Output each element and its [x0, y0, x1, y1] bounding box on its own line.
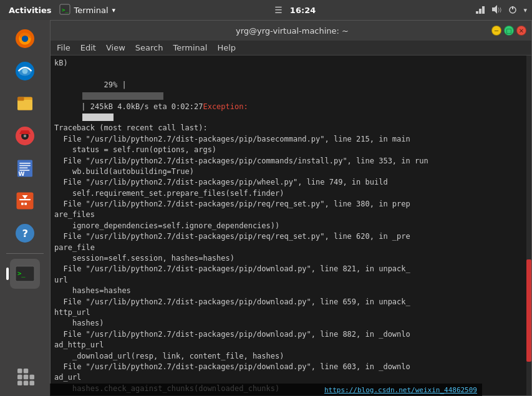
terminal-line: wb.build(autobuilding=True)	[54, 167, 528, 177]
menu-edit[interactable]: Edit	[77, 42, 100, 54]
terminal-line: are_files	[54, 210, 528, 220]
svg-text:W: W	[19, 171, 25, 177]
terminal-line: session=self.session, hashes=hashes)	[54, 253, 528, 264]
svg-rect-36	[17, 369, 22, 374]
svg-rect-24	[19, 168, 28, 169]
status-bar: https://blog.csdn.net/weixin_44862509	[50, 384, 482, 396]
menu-terminal[interactable]: Terminal	[169, 42, 211, 54]
svg-rect-37	[24, 369, 29, 374]
svg-rect-30	[21, 203, 24, 205]
terminal-line: hashes)	[54, 318, 528, 329]
system-bar-right: )) ▾	[475, 4, 527, 17]
terminal-app-label[interactable]: Terminal	[74, 6, 109, 15]
dock-icon-firefox[interactable]	[10, 24, 40, 54]
terminal-titlebar: yrg@yrg-virtual-machine: ~ ─ □ ✕	[51, 21, 531, 41]
terminal-line: self.requirement_set.prepare_files(self.…	[54, 188, 528, 199]
dock-icon-files[interactable]	[10, 89, 40, 118]
terminal-line: File "/usr/lib/python2.7/dist-packages/p…	[54, 134, 528, 145]
terminal-line: hashes=hashes	[54, 286, 528, 296]
dock-icon-apps[interactable]	[10, 361, 40, 391]
svg-point-14	[22, 69, 28, 74]
menu-file[interactable]: File	[53, 42, 74, 54]
terminal-line: ignore_dependencies=self.ignore_dependen…	[54, 221, 528, 231]
svg-rect-27	[17, 193, 34, 210]
dock-icon-rhythmbox[interactable]	[10, 121, 40, 151]
dock-divider	[6, 253, 44, 254]
activities-button[interactable]: Activities	[5, 4, 56, 16]
svg-text:>_: >_	[17, 269, 26, 278]
terminal-line: File "/usr/lib/python2.7/dist-packages/p…	[54, 264, 528, 274]
terminal-line: url	[54, 275, 528, 286]
terminal-line: ad_url	[54, 372, 528, 383]
svg-rect-42	[24, 381, 29, 386]
svg-rect-3	[479, 9, 481, 14]
svg-rect-41	[17, 381, 22, 386]
svg-rect-28	[19, 199, 31, 200]
terminal-line: File "/usr/lib/python2.7/dist-packages/p…	[54, 177, 528, 188]
terminal-app-dropdown[interactable]: ▾	[112, 6, 116, 14]
svg-text:>_: >_	[62, 7, 69, 13]
system-bar: Activities >_ Terminal ▾ ☰ 16:24 )) ▾	[0, 0, 532, 20]
terminal-line: _download_url(resp, link, content_file, …	[54, 351, 528, 362]
svg-rect-31	[24, 203, 27, 205]
system-time: 16:24	[290, 6, 316, 15]
dock-icon-thunderbird[interactable]	[10, 56, 40, 86]
svg-rect-22	[19, 163, 31, 164]
close-button[interactable]: ✕	[516, 26, 526, 36]
menu-view[interactable]: View	[102, 42, 129, 54]
terminal-scrollbar[interactable]	[526, 56, 531, 395]
svg-rect-40	[24, 375, 29, 380]
scrollbar-thumb[interactable]	[526, 259, 531, 362]
svg-point-20	[24, 135, 27, 138]
system-menu-dropdown[interactable]: ▾	[523, 6, 527, 14]
terminal-progress-line: 29% | | 245kB 4.0kB/s eta 0:02:27Excepti…	[54, 69, 528, 123]
dock-active-indicator	[6, 268, 9, 280]
terminal-line: ad_http_url	[54, 340, 528, 350]
svg-rect-2	[476, 11, 478, 14]
svg-rect-4	[482, 6, 485, 14]
terminal-menubar: File Edit View Search Terminal Help	[51, 41, 531, 56]
terminal-line: File "/usr/lib/python2.7/dist-packages/p…	[54, 156, 528, 167]
menu-search[interactable]: Search	[132, 42, 167, 54]
status-url: https://blog.csdn.net/weixin_44862509	[324, 386, 477, 394]
svg-marker-5	[492, 5, 497, 14]
system-bar-left: Activities >_ Terminal ▾	[5, 4, 115, 17]
svg-text:)): ))	[498, 7, 501, 13]
dock-icon-terminal[interactable]: >_	[10, 259, 40, 289]
dock-icon-software[interactable]	[10, 186, 40, 216]
terminal-title: yrg@yrg-virtual-machine: ~	[93, 26, 491, 36]
svg-rect-43	[30, 375, 35, 380]
terminal-line: File "/usr/lib/python2.7/dist-packages/p…	[54, 199, 528, 210]
system-bar-center: ☰ 16:24	[274, 5, 316, 15]
terminal-line: pare_file	[54, 243, 528, 253]
minimize-button[interactable]: ─	[491, 26, 501, 36]
power-icon[interactable]	[507, 4, 518, 17]
application-dock: W ? >_	[0, 20, 50, 396]
terminal-line: File "/usr/lib/python2.7/dist-packages/p…	[54, 329, 528, 340]
svg-rect-44	[30, 381, 35, 386]
svg-text:?: ?	[22, 228, 29, 239]
terminal-line: File "/usr/lib/python2.7/dist-packages/p…	[54, 362, 528, 372]
terminal-line: Traceback (most recent call last):	[54, 123, 528, 133]
menu-icon: ☰	[274, 5, 283, 15]
terminal-line: File "/usr/lib/python2.7/dist-packages/p…	[54, 231, 528, 242]
terminal-window: yrg@yrg-virtual-machine: ~ ─ □ ✕ File Ed…	[50, 20, 532, 396]
svg-rect-17	[17, 97, 24, 101]
svg-rect-16	[17, 100, 32, 110]
menu-help[interactable]: Help	[213, 42, 239, 54]
dock-icon-help[interactable]: ?	[10, 218, 40, 248]
terminal-line: status = self.run(options, args)	[54, 145, 528, 155]
svg-rect-39	[17, 375, 22, 380]
terminal-content[interactable]: kB) 29% | | 245kB 4.0kB/s eta 0:02:27Exc…	[51, 56, 531, 395]
maximize-button[interactable]: □	[504, 26, 514, 36]
terminal-line: kB)	[54, 58, 528, 69]
dock-icon-writer[interactable]: W	[10, 153, 40, 183]
svg-rect-23	[19, 165, 31, 167]
terminal-line: http_url	[54, 307, 528, 318]
volume-icon[interactable]: ))	[491, 4, 502, 17]
network-icon[interactable]	[475, 4, 486, 17]
terminal-line: File "/usr/lib/python2.7/dist-packages/p…	[54, 297, 528, 307]
window-controls: ─ □ ✕	[491, 26, 526, 36]
terminal-app-icon: >_	[59, 4, 70, 17]
